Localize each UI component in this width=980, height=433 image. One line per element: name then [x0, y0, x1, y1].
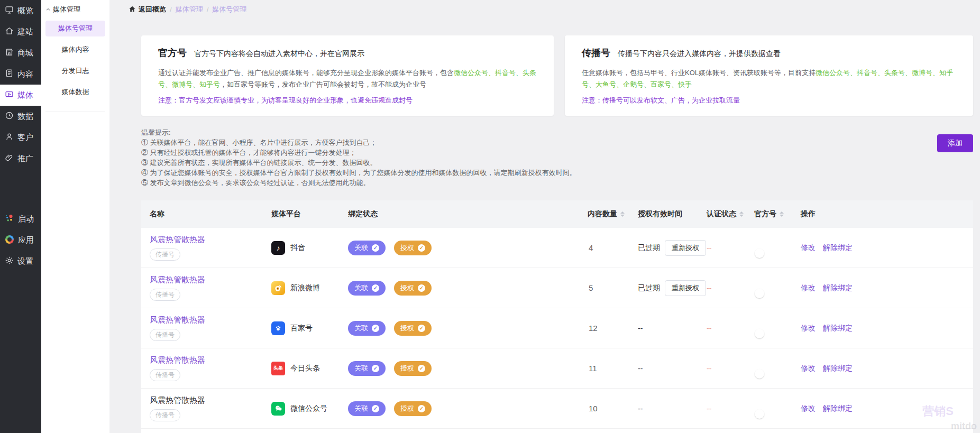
col-header-actions: 操作 — [801, 209, 973, 219]
add-button[interactable]: 添加 — [937, 134, 973, 152]
auth-validity-text: -- — [638, 404, 643, 413]
weibo-icon — [271, 281, 285, 295]
col-header-cert-status[interactable]: 认证状态 — [707, 209, 754, 219]
modify-link[interactable]: 修改 — [801, 404, 816, 413]
account-type-tag: 传播号 — [150, 369, 180, 381]
bind-status-button[interactable]: 关联✓ — [348, 241, 386, 255]
auth-status-button[interactable]: 授权✓ — [394, 361, 432, 376]
unbind-link[interactable]: 解除绑定 — [823, 364, 853, 373]
media-accounts-table: 名称 媒体平台 绑定状态 内容数量 授权有效时间 认证状态 官方号 操作 风震热… — [141, 200, 973, 433]
reauthorize-button[interactable]: 重新授权 — [665, 280, 706, 296]
tips-title: 温馨提示: — [141, 127, 576, 137]
auth-validity-text: -- — [638, 364, 643, 373]
breadcrumb-separator: / — [207, 6, 209, 14]
submenu-divider — [45, 112, 105, 112]
sidebar-item-promotion[interactable]: 推广 — [0, 148, 41, 169]
auth-validity-text: 已过期 — [638, 243, 660, 253]
table-row: 风震热管散热器 传播号 头条 今日头条 关联✓ 授权✓ 11 -- -- — [141, 348, 973, 389]
submenu-item-media-content[interactable]: 媒体内容 — [45, 42, 105, 58]
platform-name: 微信公众号 — [290, 404, 327, 413]
cert-status: -- — [707, 324, 754, 333]
bind-status-button[interactable]: 关联✓ — [348, 401, 386, 416]
unbind-link[interactable]: 解除绑定 — [823, 324, 853, 333]
sidebar-item-apps[interactable]: 应用 — [0, 229, 41, 251]
sort-icon[interactable] — [739, 209, 744, 219]
tip-line: ① 关联媒体平台，能在官网、小程序、名片中进行展示，方便客户找到自己； — [141, 137, 576, 148]
submenu-item-media-data[interactable]: 媒体数据 — [45, 84, 105, 100]
official-card-body: 通过认证并能发布企业广告、推广信息的媒体账号，能够充分呈现企业形象的媒体平台账号… — [158, 67, 537, 90]
customer-icon — [5, 132, 14, 143]
modify-link[interactable]: 修改 — [801, 243, 816, 253]
account-type-tag: 传播号 — [150, 289, 180, 301]
submenu-item-media-accounts[interactable]: 媒体号管理 — [45, 21, 105, 36]
platform-cell: 新浪微博 — [271, 281, 348, 295]
breadcrumb-media-account-management[interactable]: 媒体号管理 — [212, 5, 246, 14]
table-row: 风震热管散热器 传播号 ♪ 抖音 关联✓ 授权✓ 4 已过期 重新授权 -- — [141, 228, 973, 268]
sidebar-item-mall[interactable]: 商城 — [0, 42, 41, 63]
unbind-link[interactable]: 解除绑定 — [823, 243, 853, 253]
cert-status: -- — [707, 284, 754, 292]
content-count: 10 — [588, 404, 638, 413]
col-header-content-count[interactable]: 内容数量 — [588, 209, 638, 219]
auth-status-button[interactable]: 授权✓ — [394, 401, 432, 416]
spread-card-subtitle: 传播号下内容只会进入媒体内容，并提供数据查看 — [618, 49, 781, 59]
sidebar-item-launch[interactable]: 启动 — [0, 208, 41, 229]
breadcrumb: 返回概览 / 媒体管理 / 媒体号管理 — [129, 5, 980, 14]
sort-icon[interactable] — [620, 209, 625, 219]
auth-status-button[interactable]: 授权✓ — [394, 241, 432, 255]
content-count: 4 — [588, 243, 638, 252]
modify-link[interactable]: 修改 — [801, 324, 816, 333]
tip-line: ④ 为了保证您媒体账号的安全，授权媒体平台官方限制了授权有效时间，为了您媒体分发… — [141, 168, 576, 178]
platform-cell: 百家号 — [271, 321, 348, 335]
table-header-row: 名称 媒体平台 绑定状态 内容数量 授权有效时间 认证状态 官方号 操作 — [141, 200, 973, 228]
check-icon: ✓ — [372, 284, 379, 292]
tips-block: 温馨提示: ① 关联媒体平台，能在官网、小程序、名片中进行展示，方便客户找到自己… — [141, 127, 576, 188]
submenu-group-header[interactable]: 媒体管理 — [41, 0, 109, 14]
col-header-auth-validity: 授权有效时间 — [638, 209, 707, 219]
bind-status-button[interactable]: 关联✓ — [348, 321, 386, 336]
sidebar-item-site[interactable]: 建站 — [0, 21, 41, 42]
account-type-tag: 传播号 — [150, 329, 180, 341]
home-icon — [129, 5, 136, 14]
content-icon — [5, 69, 14, 79]
sidebar-item-overview[interactable]: 概览 — [0, 0, 41, 21]
spread-card-title: 传播号 — [582, 47, 610, 59]
account-name-link[interactable]: 风震热管散热器 — [150, 355, 271, 365]
sort-icon[interactable] — [780, 209, 784, 219]
modify-link[interactable]: 修改 — [801, 283, 816, 293]
check-icon: ✓ — [418, 365, 425, 372]
official-account-card: 官方号 官方号下内容将会自动进入素材中心，并在官网展示 通过认证并能发布企业广告… — [141, 35, 554, 116]
auth-status-button[interactable]: 授权✓ — [394, 281, 432, 296]
unbind-link[interactable]: 解除绑定 — [823, 404, 853, 413]
reauthorize-button[interactable]: 重新授权 — [665, 240, 706, 256]
official-card-note: 注意：官方号发文应该谨慎专业，为访客呈现良好的企业形象，也避免违规造成封号 — [158, 95, 537, 106]
spread-card-body: 任意媒体账号，包括马甲号、行业KOL媒体账号、资讯获取账号等，目前支持微信公众号… — [582, 67, 956, 90]
sidebar-item-settings[interactable]: 设置 — [0, 251, 41, 272]
bind-status-button[interactable]: 关联✓ — [348, 361, 386, 376]
modify-link[interactable]: 修改 — [801, 364, 816, 373]
table-row: 风震热管散热器 传播号 微信公众号 关联✓ 授权✓ 10 -- -- — [141, 389, 973, 429]
sidebar-item-data[interactable]: 数据 — [0, 106, 41, 127]
check-icon: ✓ — [418, 405, 425, 412]
breadcrumb-back[interactable]: 返回概览 — [129, 5, 166, 14]
promotion-icon — [5, 153, 14, 164]
platform-name: 百家号 — [290, 324, 313, 333]
auth-status-button[interactable]: 授权✓ — [394, 321, 432, 336]
spread-account-card: 传播号 传播号下内容只会进入媒体内容，并提供数据查看 任意媒体账号，包括马甲号、… — [565, 35, 973, 116]
bind-status-button[interactable]: 关联✓ — [348, 281, 386, 296]
sidebar-item-content[interactable]: 内容 — [0, 63, 41, 85]
cert-status: -- — [707, 404, 754, 413]
account-name-link[interactable]: 风震热管散热器 — [150, 315, 271, 325]
content-count: 5 — [588, 283, 638, 292]
account-name-link[interactable]: 风震热管散热器 — [150, 395, 271, 406]
launch-icon — [5, 214, 14, 225]
unbind-link[interactable]: 解除绑定 — [823, 283, 853, 293]
sidebar-item-customer[interactable]: 客户 — [0, 127, 41, 148]
account-name-link[interactable]: 风震热管散热器 — [150, 235, 271, 245]
sidebar-item-media[interactable]: 媒体 — [0, 85, 41, 106]
breadcrumb-media-management[interactable]: 媒体管理 — [176, 5, 203, 14]
platform-name: 今日头条 — [290, 364, 320, 373]
col-header-official[interactable]: 官方号 — [754, 209, 801, 219]
submenu-item-distribution-log[interactable]: 分发日志 — [45, 63, 105, 79]
account-name-link[interactable]: 风震热管散热器 — [150, 275, 271, 285]
